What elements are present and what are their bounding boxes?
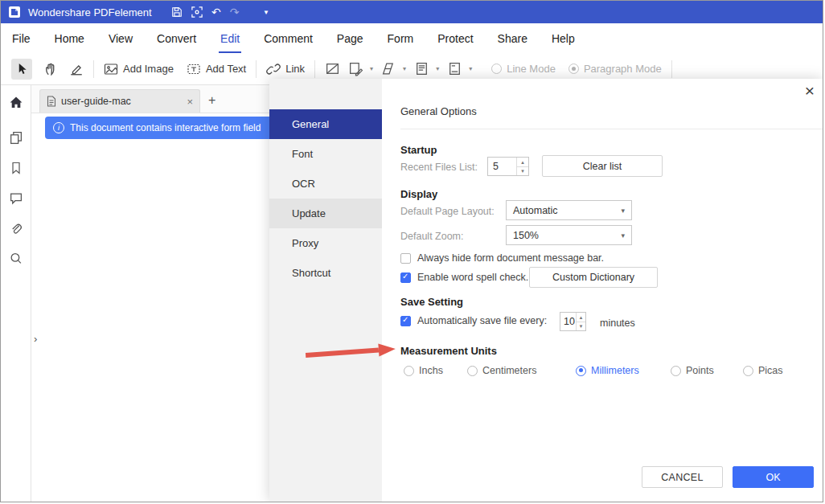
- spin-up-icon[interactable]: ▴: [577, 313, 585, 322]
- close-icon[interactable]: ×: [805, 80, 815, 101]
- nav-item-proxy[interactable]: Proxy: [269, 228, 382, 258]
- settings-nav: General Font OCR Update Proxy Shortcut: [269, 79, 382, 502]
- nav-item-font[interactable]: Font: [269, 139, 382, 169]
- cancel-button[interactable]: CANCEL: [642, 466, 723, 488]
- spin-up-icon[interactable]: ▴: [517, 158, 528, 166]
- save-icon[interactable]: [171, 6, 183, 18]
- tab-close-icon[interactable]: ×: [187, 96, 193, 108]
- home-icon[interactable]: [9, 96, 23, 109]
- menu-item-help[interactable]: Help: [552, 32, 575, 45]
- attachment-icon[interactable]: [9, 222, 23, 236]
- menu-item-home[interactable]: Home: [55, 32, 84, 45]
- paragraph-mode-option[interactable]: Paragraph Mode: [568, 63, 662, 75]
- arrow-head-icon: [378, 342, 396, 356]
- radio-millimeters-label: Millimeters: [591, 365, 639, 376]
- thumbnails-icon[interactable]: [9, 131, 23, 145]
- menu-item-convert[interactable]: Convert: [157, 32, 196, 45]
- watermark-button[interactable]: ▾: [348, 61, 373, 76]
- header-footer-button[interactable]: ▾: [414, 61, 439, 76]
- autosave-spinner[interactable]: ▴ ▾: [560, 312, 586, 331]
- link-button[interactable]: Link: [266, 62, 305, 76]
- menu-item-view[interactable]: View: [109, 32, 133, 45]
- add-text-icon: [187, 62, 201, 76]
- recent-files-input[interactable]: [488, 158, 516, 175]
- ok-button[interactable]: OK: [733, 466, 814, 488]
- app-title: Wondershare PDFelement: [28, 6, 152, 18]
- chevron-down-icon: ▾: [621, 207, 625, 215]
- custom-dictionary-button[interactable]: Custom Dictionary: [529, 267, 658, 288]
- add-image-button[interactable]: Add Image: [104, 62, 174, 76]
- crop-button[interactable]: [325, 61, 340, 76]
- menu-item-edit[interactable]: Edit: [220, 32, 240, 45]
- measurement-units-heading: Measurement Units: [400, 345, 497, 357]
- line-mode-option[interactable]: Line Mode: [491, 63, 556, 75]
- radio-picas-label: Picas: [758, 365, 783, 376]
- menu-item-share[interactable]: Share: [498, 32, 527, 45]
- spin-down-icon[interactable]: ▾: [517, 166, 528, 176]
- autosave-checkbox-row[interactable]: Automatically save file every:: [400, 315, 547, 326]
- default-zoom-select[interactable]: 150% ▾: [506, 225, 632, 245]
- line-mode-radio-icon: [491, 64, 502, 74]
- page-layout-select[interactable]: Automatic ▾: [506, 200, 632, 220]
- form-field-notification[interactable]: i This document contains interactive for…: [45, 117, 269, 139]
- recent-files-spinner[interactable]: ▴ ▾: [487, 157, 529, 176]
- chevron-down-icon: ▾: [621, 232, 625, 240]
- comment-icon[interactable]: [9, 191, 23, 205]
- title-bar: Wondershare PDFelement ↶ ↷ ▼: [1, 1, 823, 23]
- nav-item-general[interactable]: General: [269, 109, 382, 139]
- sidebar-expand-icon[interactable]: ›: [34, 333, 37, 345]
- menu-item-comment[interactable]: Comment: [264, 32, 313, 45]
- radio-inchs[interactable]: Inchs: [404, 365, 443, 376]
- radio-millimeters[interactable]: Millimeters: [576, 365, 639, 376]
- cursor-icon: [16, 63, 28, 75]
- radio-centimeters[interactable]: Centimeters: [467, 365, 536, 376]
- menu-bar: File Home View Convert Edit Comment Page…: [1, 23, 823, 53]
- redo-icon[interactable]: ↷: [230, 6, 240, 18]
- radio-icon: [467, 366, 478, 376]
- display-heading: Display: [400, 188, 437, 200]
- edit-tool-button[interactable]: [69, 62, 84, 76]
- paragraph-mode-label: Paragraph Mode: [584, 63, 662, 75]
- bookmark-icon[interactable]: [10, 162, 23, 174]
- settings-dialog: General Font OCR Update Proxy Shortcut ×…: [269, 79, 823, 502]
- startup-heading: Startup: [400, 144, 437, 156]
- radio-picas[interactable]: Picas: [743, 365, 783, 376]
- radio-points[interactable]: Points: [671, 365, 714, 376]
- menu-item-file[interactable]: File: [12, 32, 31, 45]
- spell-check-checkbox-row[interactable]: Enable word spell check.: [400, 272, 528, 283]
- spell-check-checkbox[interactable]: [400, 272, 411, 283]
- radio-inchs-label: Inchs: [419, 365, 443, 376]
- nav-item-shortcut[interactable]: Shortcut: [269, 258, 382, 288]
- new-tab-button[interactable]: +: [208, 94, 215, 107]
- autosave-input[interactable]: [560, 313, 576, 330]
- select-tool-button[interactable]: [11, 59, 32, 80]
- background-button[interactable]: ▾: [381, 61, 406, 76]
- recent-files-label: Recent Files List:: [400, 162, 478, 173]
- document-tab[interactable]: user-guide-mac ×: [39, 89, 200, 113]
- toolbar-separator: [314, 60, 315, 78]
- autosave-checkbox[interactable]: [400, 316, 411, 326]
- chevron-down-icon: ▾: [403, 65, 406, 72]
- nav-item-ocr[interactable]: OCR: [269, 169, 382, 199]
- default-zoom-value: 150%: [513, 230, 539, 241]
- undo-icon[interactable]: ↶: [211, 6, 221, 18]
- document-icon: [47, 96, 56, 107]
- search-icon[interactable]: [9, 252, 23, 265]
- clear-list-button[interactable]: Clear list: [542, 155, 663, 177]
- radio-centimeters-label: Centimeters: [482, 365, 536, 376]
- hide-form-bar-checkbox-row[interactable]: Always hide form document message bar.: [400, 252, 604, 264]
- spell-check-label: Enable word spell check.: [417, 272, 528, 283]
- hide-form-bar-checkbox[interactable]: [400, 253, 411, 264]
- add-text-button[interactable]: Add Text: [187, 62, 246, 76]
- spin-down-icon[interactable]: ▾: [577, 322, 585, 331]
- menu-item-form[interactable]: Form: [388, 32, 414, 45]
- bates-number-button[interactable]: ▾: [447, 61, 472, 76]
- menu-item-page[interactable]: Page: [337, 32, 363, 45]
- line-mode-label: Line Mode: [507, 63, 556, 75]
- menu-item-protect[interactable]: Protect: [437, 32, 473, 45]
- customize-toolbar-icon[interactable]: ▼: [263, 1, 269, 23]
- nav-item-update[interactable]: Update: [269, 199, 382, 228]
- hand-tool-button[interactable]: [43, 62, 58, 76]
- snapshot-icon[interactable]: [191, 6, 203, 18]
- link-label: Link: [285, 63, 305, 75]
